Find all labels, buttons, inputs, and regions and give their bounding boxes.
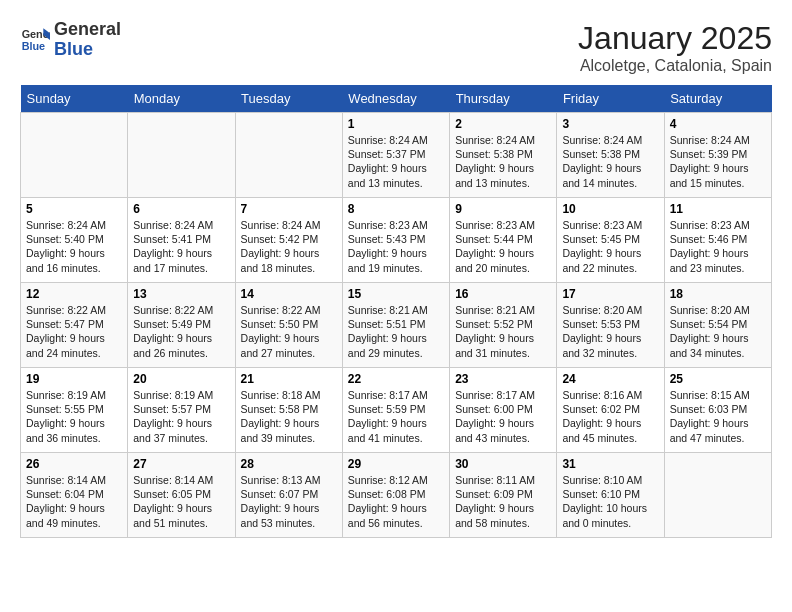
calendar-cell: 19Sunrise: 8:19 AM Sunset: 5:55 PM Dayli… bbox=[21, 368, 128, 453]
day-info: Sunrise: 8:24 AM Sunset: 5:39 PM Dayligh… bbox=[670, 133, 766, 190]
calendar-cell: 7Sunrise: 8:24 AM Sunset: 5:42 PM Daylig… bbox=[235, 198, 342, 283]
logo: General Blue General Blue bbox=[20, 20, 121, 60]
day-number: 26 bbox=[26, 457, 122, 471]
calendar-cell: 12Sunrise: 8:22 AM Sunset: 5:47 PM Dayli… bbox=[21, 283, 128, 368]
day-number: 6 bbox=[133, 202, 229, 216]
dow-header: Sunday bbox=[21, 85, 128, 113]
day-info: Sunrise: 8:20 AM Sunset: 5:54 PM Dayligh… bbox=[670, 303, 766, 360]
day-number: 13 bbox=[133, 287, 229, 301]
day-number: 1 bbox=[348, 117, 444, 131]
day-number: 22 bbox=[348, 372, 444, 386]
day-info: Sunrise: 8:22 AM Sunset: 5:50 PM Dayligh… bbox=[241, 303, 337, 360]
day-number: 11 bbox=[670, 202, 766, 216]
day-info: Sunrise: 8:24 AM Sunset: 5:40 PM Dayligh… bbox=[26, 218, 122, 275]
calendar-cell: 21Sunrise: 8:18 AM Sunset: 5:58 PM Dayli… bbox=[235, 368, 342, 453]
day-info: Sunrise: 8:23 AM Sunset: 5:46 PM Dayligh… bbox=[670, 218, 766, 275]
calendar-cell: 1Sunrise: 8:24 AM Sunset: 5:37 PM Daylig… bbox=[342, 113, 449, 198]
logo-icon: General Blue bbox=[20, 25, 50, 55]
day-info: Sunrise: 8:24 AM Sunset: 5:38 PM Dayligh… bbox=[562, 133, 658, 190]
title-block: January 2025 Alcoletge, Catalonia, Spain bbox=[578, 20, 772, 75]
day-info: Sunrise: 8:20 AM Sunset: 5:53 PM Dayligh… bbox=[562, 303, 658, 360]
logo-text: General Blue bbox=[54, 20, 121, 60]
day-info: Sunrise: 8:14 AM Sunset: 6:04 PM Dayligh… bbox=[26, 473, 122, 530]
dow-header: Tuesday bbox=[235, 85, 342, 113]
calendar-cell: 17Sunrise: 8:20 AM Sunset: 5:53 PM Dayli… bbox=[557, 283, 664, 368]
dow-header: Saturday bbox=[664, 85, 771, 113]
day-number: 20 bbox=[133, 372, 229, 386]
dow-header: Wednesday bbox=[342, 85, 449, 113]
calendar-cell: 20Sunrise: 8:19 AM Sunset: 5:57 PM Dayli… bbox=[128, 368, 235, 453]
calendar-cell: 27Sunrise: 8:14 AM Sunset: 6:05 PM Dayli… bbox=[128, 453, 235, 538]
day-number: 12 bbox=[26, 287, 122, 301]
day-info: Sunrise: 8:22 AM Sunset: 5:49 PM Dayligh… bbox=[133, 303, 229, 360]
calendar-cell: 6Sunrise: 8:24 AM Sunset: 5:41 PM Daylig… bbox=[128, 198, 235, 283]
day-number: 4 bbox=[670, 117, 766, 131]
day-number: 21 bbox=[241, 372, 337, 386]
month-title: January 2025 bbox=[578, 20, 772, 57]
day-info: Sunrise: 8:19 AM Sunset: 5:57 PM Dayligh… bbox=[133, 388, 229, 445]
calendar-cell: 29Sunrise: 8:12 AM Sunset: 6:08 PM Dayli… bbox=[342, 453, 449, 538]
calendar-cell: 15Sunrise: 8:21 AM Sunset: 5:51 PM Dayli… bbox=[342, 283, 449, 368]
calendar-cell: 22Sunrise: 8:17 AM Sunset: 5:59 PM Dayli… bbox=[342, 368, 449, 453]
calendar-cell: 2Sunrise: 8:24 AM Sunset: 5:38 PM Daylig… bbox=[450, 113, 557, 198]
calendar-cell: 25Sunrise: 8:15 AM Sunset: 6:03 PM Dayli… bbox=[664, 368, 771, 453]
calendar-cell: 8Sunrise: 8:23 AM Sunset: 5:43 PM Daylig… bbox=[342, 198, 449, 283]
day-number: 24 bbox=[562, 372, 658, 386]
day-number: 5 bbox=[26, 202, 122, 216]
day-info: Sunrise: 8:17 AM Sunset: 5:59 PM Dayligh… bbox=[348, 388, 444, 445]
calendar-cell bbox=[664, 453, 771, 538]
day-number: 23 bbox=[455, 372, 551, 386]
location: Alcoletge, Catalonia, Spain bbox=[578, 57, 772, 75]
day-number: 8 bbox=[348, 202, 444, 216]
calendar-cell: 16Sunrise: 8:21 AM Sunset: 5:52 PM Dayli… bbox=[450, 283, 557, 368]
dow-header: Thursday bbox=[450, 85, 557, 113]
calendar-cell: 11Sunrise: 8:23 AM Sunset: 5:46 PM Dayli… bbox=[664, 198, 771, 283]
day-info: Sunrise: 8:13 AM Sunset: 6:07 PM Dayligh… bbox=[241, 473, 337, 530]
day-info: Sunrise: 8:15 AM Sunset: 6:03 PM Dayligh… bbox=[670, 388, 766, 445]
day-info: Sunrise: 8:19 AM Sunset: 5:55 PM Dayligh… bbox=[26, 388, 122, 445]
day-number: 10 bbox=[562, 202, 658, 216]
day-info: Sunrise: 8:23 AM Sunset: 5:43 PM Dayligh… bbox=[348, 218, 444, 275]
day-info: Sunrise: 8:24 AM Sunset: 5:37 PM Dayligh… bbox=[348, 133, 444, 190]
day-info: Sunrise: 8:23 AM Sunset: 5:45 PM Dayligh… bbox=[562, 218, 658, 275]
day-info: Sunrise: 8:23 AM Sunset: 5:44 PM Dayligh… bbox=[455, 218, 551, 275]
day-number: 3 bbox=[562, 117, 658, 131]
day-info: Sunrise: 8:12 AM Sunset: 6:08 PM Dayligh… bbox=[348, 473, 444, 530]
calendar-cell: 13Sunrise: 8:22 AM Sunset: 5:49 PM Dayli… bbox=[128, 283, 235, 368]
calendar-cell: 18Sunrise: 8:20 AM Sunset: 5:54 PM Dayli… bbox=[664, 283, 771, 368]
day-info: Sunrise: 8:18 AM Sunset: 5:58 PM Dayligh… bbox=[241, 388, 337, 445]
svg-text:Blue: Blue bbox=[22, 40, 45, 52]
dow-header: Monday bbox=[128, 85, 235, 113]
day-number: 28 bbox=[241, 457, 337, 471]
day-info: Sunrise: 8:24 AM Sunset: 5:38 PM Dayligh… bbox=[455, 133, 551, 190]
calendar-cell: 23Sunrise: 8:17 AM Sunset: 6:00 PM Dayli… bbox=[450, 368, 557, 453]
calendar-cell: 14Sunrise: 8:22 AM Sunset: 5:50 PM Dayli… bbox=[235, 283, 342, 368]
dow-header: Friday bbox=[557, 85, 664, 113]
day-number: 30 bbox=[455, 457, 551, 471]
day-number: 25 bbox=[670, 372, 766, 386]
calendar-cell: 28Sunrise: 8:13 AM Sunset: 6:07 PM Dayli… bbox=[235, 453, 342, 538]
day-number: 19 bbox=[26, 372, 122, 386]
day-number: 29 bbox=[348, 457, 444, 471]
logo-blue: Blue bbox=[54, 39, 93, 59]
logo-general: General bbox=[54, 19, 121, 39]
day-number: 17 bbox=[562, 287, 658, 301]
day-number: 9 bbox=[455, 202, 551, 216]
day-info: Sunrise: 8:24 AM Sunset: 5:42 PM Dayligh… bbox=[241, 218, 337, 275]
calendar-cell: 30Sunrise: 8:11 AM Sunset: 6:09 PM Dayli… bbox=[450, 453, 557, 538]
day-info: Sunrise: 8:17 AM Sunset: 6:00 PM Dayligh… bbox=[455, 388, 551, 445]
day-info: Sunrise: 8:16 AM Sunset: 6:02 PM Dayligh… bbox=[562, 388, 658, 445]
page-header: General Blue General Blue January 2025 A… bbox=[20, 20, 772, 75]
day-number: 31 bbox=[562, 457, 658, 471]
day-info: Sunrise: 8:10 AM Sunset: 6:10 PM Dayligh… bbox=[562, 473, 658, 530]
calendar-cell bbox=[21, 113, 128, 198]
day-number: 7 bbox=[241, 202, 337, 216]
day-info: Sunrise: 8:11 AM Sunset: 6:09 PM Dayligh… bbox=[455, 473, 551, 530]
day-info: Sunrise: 8:21 AM Sunset: 5:52 PM Dayligh… bbox=[455, 303, 551, 360]
calendar-cell: 24Sunrise: 8:16 AM Sunset: 6:02 PM Dayli… bbox=[557, 368, 664, 453]
calendar-cell: 5Sunrise: 8:24 AM Sunset: 5:40 PM Daylig… bbox=[21, 198, 128, 283]
calendar-cell bbox=[128, 113, 235, 198]
calendar-cell: 9Sunrise: 8:23 AM Sunset: 5:44 PM Daylig… bbox=[450, 198, 557, 283]
calendar-cell: 4Sunrise: 8:24 AM Sunset: 5:39 PM Daylig… bbox=[664, 113, 771, 198]
day-number: 14 bbox=[241, 287, 337, 301]
